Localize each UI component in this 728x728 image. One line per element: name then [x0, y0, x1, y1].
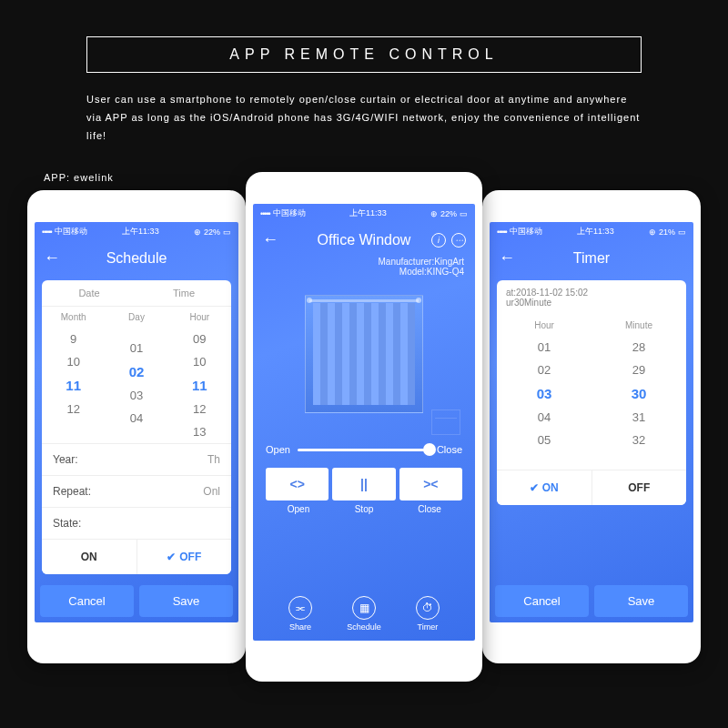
open-label: Open	[266, 444, 290, 455]
manufacturer: Manufacturer:KingArt	[264, 257, 464, 267]
carrier: 中国移动	[55, 226, 87, 238]
open-slider[interactable]: Open Close	[253, 444, 475, 455]
cancel-button[interactable]: Cancel	[495, 585, 589, 617]
phone-device: •••••中国移动 上午11:33 ⊕22%▭ ← Office Window …	[246, 172, 482, 682]
close-button[interactable]: ><	[399, 468, 462, 500]
tab-date[interactable]: Date	[42, 280, 136, 306]
signal-icon: •••••	[497, 228, 507, 237]
schedule-screen: •••••中国移动 上午11:33 ⊕22%▭ ← Schedule Date …	[35, 222, 238, 622]
picker-month: 9101112	[42, 328, 105, 443]
col-day: Day	[105, 312, 167, 322]
back-icon[interactable]: ←	[44, 248, 60, 268]
close-label: Close	[437, 444, 462, 455]
save-button[interactable]: Save	[594, 585, 688, 617]
carrier: 中国移动	[273, 207, 306, 219]
share-button[interactable]: ⫘Share	[288, 596, 312, 632]
room-illustration	[264, 286, 464, 440]
info-icon[interactable]: i	[431, 233, 446, 248]
nav-bar: ← Schedule	[35, 241, 238, 275]
battery: 22%	[204, 228, 220, 237]
tab-time[interactable]: Time	[136, 280, 231, 306]
col-minute: Minute	[592, 320, 686, 330]
stop-btn-label: Stop	[331, 504, 397, 514]
cancel-button[interactable]: Cancel	[40, 585, 134, 617]
state-label: State:	[53, 517, 81, 530]
col-hour: Hour	[497, 320, 592, 330]
page-title: APP REMOTE CONTROL	[87, 46, 641, 63]
on-button[interactable]: ✔ON	[497, 470, 592, 505]
timer-screen: •••••中国移动 上午11:33 ⊕21%▭ ← Timer at:2018-…	[490, 222, 693, 622]
model: Model:KING-Q4	[264, 267, 464, 277]
screen-title: Schedule	[106, 250, 167, 267]
off-button[interactable]: OFF	[592, 470, 687, 505]
phone-timer: •••••中国移动 上午11:33 ⊕21%▭ ← Timer at:2018-…	[482, 190, 701, 663]
screen-title: Office Window	[318, 232, 411, 248]
col-month: Month	[42, 312, 105, 322]
phone-schedule: •••••中国移动 上午11:33 ⊕22%▭ ← Schedule Date …	[27, 190, 246, 663]
signal-icon: •••••	[42, 228, 52, 237]
battery: 22%	[440, 209, 457, 218]
timer-icon: ⏱	[416, 596, 440, 620]
back-icon[interactable]: ←	[499, 248, 515, 268]
repeat-label: Repeat:	[53, 485, 91, 498]
timer-card: Hour Minute 0102030405 2829303132 ✔ON OF…	[497, 315, 686, 505]
time-picker[interactable]: 0102030405 2829303132	[497, 336, 686, 451]
status-bar: •••••中国移动 上午11:33 ⊕21%▭	[490, 222, 693, 241]
plant-icon	[269, 408, 286, 435]
status-bar: •••••中国移动 上午11:33 ⊕22%▭	[253, 204, 475, 223]
open-button[interactable]: <>	[266, 468, 329, 500]
state-toggle[interactable]: ON ✔OFF	[42, 539, 231, 574]
slider-thumb[interactable]	[423, 443, 436, 456]
date-picker[interactable]: 9101112 01020304 0910111213	[42, 328, 231, 443]
more-icon[interactable]: ⋯	[451, 233, 466, 248]
header-box: APP REMOTE CONTROL	[86, 36, 642, 73]
timer-meta: at:2018-11-02 15:02 ur30Minute	[497, 280, 686, 315]
picker-day: 01020304	[105, 328, 167, 443]
device-screen: •••••中国移动 上午11:33 ⊕22%▭ ← Office Window …	[253, 204, 475, 641]
screen-title: Timer	[573, 250, 610, 267]
clock: 上午11:33	[577, 226, 614, 238]
timer-button[interactable]: ⏱Timer	[416, 596, 440, 632]
schedule-button[interactable]: ▦Schedule	[347, 596, 381, 632]
nav-bar: ← Timer	[490, 241, 693, 275]
back-icon[interactable]: ←	[262, 230, 278, 249]
phones-container: •••••中国移动 上午11:33 ⊕22%▭ ← Schedule Date …	[27, 190, 701, 700]
save-button[interactable]: Save	[139, 585, 233, 617]
clock: 上午11:33	[122, 226, 159, 238]
curtain-icon	[305, 295, 423, 413]
footer-nav: ⫘Share ▦Schedule ⏱Timer	[253, 596, 475, 632]
signal-icon: •••••	[260, 209, 270, 218]
nav-bar: ← Office Window i ⋯	[253, 223, 475, 257]
battery: 21%	[659, 228, 675, 237]
close-btn-label: Close	[397, 504, 462, 514]
description: User can use a smartphone to remotely op…	[86, 91, 642, 145]
picker-hour: 0102030405	[497, 336, 592, 451]
year-label: Year:	[53, 453, 78, 466]
status-bar: •••••中国移动 上午11:33 ⊕22%▭	[35, 222, 238, 241]
clock: 上午11:33	[349, 207, 387, 219]
share-icon: ⫘	[288, 596, 312, 620]
dresser-icon	[431, 410, 460, 435]
stop-button[interactable]: ||	[332, 468, 395, 500]
picker-hour: 0910111213	[168, 328, 231, 443]
state-toggle[interactable]: ✔ON OFF	[497, 470, 686, 505]
calendar-icon: ▦	[352, 596, 376, 620]
off-button[interactable]: ✔OFF	[137, 540, 232, 574]
open-btn-label: Open	[266, 504, 331, 514]
carrier: 中国移动	[510, 226, 542, 238]
picker-minute: 2829303132	[592, 336, 686, 451]
tabs: Date Time	[42, 280, 231, 307]
col-hour: Hour	[168, 312, 231, 322]
on-button[interactable]: ON	[42, 540, 137, 574]
schedule-card: Date Time Month Day Hour 9101112 0102030…	[42, 280, 231, 574]
